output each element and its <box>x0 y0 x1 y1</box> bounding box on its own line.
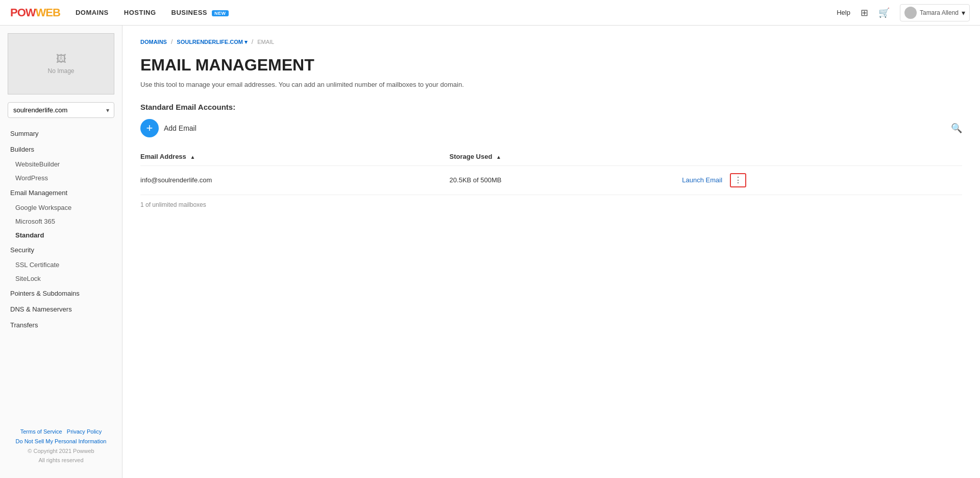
no-image-label: No Image <box>47 67 74 75</box>
terms-link[interactable]: Terms of Service <box>20 428 62 435</box>
no-image-icon: 🖼 <box>56 53 66 65</box>
rights-text: All rights reserved <box>8 456 114 465</box>
logo-web: WEB <box>36 6 60 19</box>
sidebar-item-website-builder[interactable]: WebsiteBuilder <box>0 157 122 171</box>
add-email-label: Add Email <box>164 124 197 132</box>
storage-used-cell: 20.5KB of 500MB <box>450 165 682 195</box>
actions-cell: Launch Email ⋮ <box>682 165 962 195</box>
breadcrumb-domain[interactable]: SOULRENDERLIFE.COM ▾ <box>177 39 248 45</box>
email-address-cell: info@soulrenderlife.com <box>140 165 450 195</box>
sidebar-item-google-workspace[interactable]: Google Workspace <box>0 201 122 214</box>
col-storage-header[interactable]: Storage Used ▲ <box>450 148 682 166</box>
user-name-label: Tamara Allend <box>920 9 959 16</box>
chevron-down-icon: ▾ <box>244 39 248 45</box>
sidebar-item-dns-nameservers[interactable]: DNS & Nameservers <box>0 301 122 317</box>
col-actions-header <box>682 148 962 166</box>
chevron-down-icon: ▾ <box>962 9 965 17</box>
mailboxes-count: 1 of unlimited mailboxes <box>140 201 962 208</box>
privacy-link[interactable]: Privacy Policy <box>67 428 102 435</box>
add-email-button[interactable]: + Add Email <box>140 119 197 137</box>
nav-hosting[interactable]: HOSTING <box>124 9 156 16</box>
help-link[interactable]: Help <box>837 9 850 16</box>
breadcrumb-sep-1: / <box>171 38 173 45</box>
search-button[interactable]: 🔍 <box>951 123 962 134</box>
add-email-circle-icon: + <box>140 119 159 137</box>
top-nav: POWWEB DOMAINS HOSTING BUSINESS NEW Help… <box>0 0 980 26</box>
more-options-button[interactable]: ⋮ <box>730 173 746 187</box>
launch-email-button[interactable]: Launch Email <box>682 176 722 184</box>
email-table: Email Address ▲ Storage Used ▲ info@soul… <box>140 148 962 195</box>
col-email-header[interactable]: Email Address ▲ <box>140 148 450 166</box>
brand-logo[interactable]: POWWEB <box>10 6 60 19</box>
sort-arrow-storage: ▲ <box>496 154 501 160</box>
breadcrumb-sep-2: / <box>252 38 253 45</box>
main-content: Domains / SOULRENDERLIFE.COM ▾ / Email E… <box>122 26 980 478</box>
sort-arrow-email: ▲ <box>190 154 195 160</box>
sidebar-navigation: Summary Builders WebsiteBuilder WordPres… <box>0 126 122 419</box>
sidebar-item-standard[interactable]: Standard <box>0 228 122 242</box>
sidebar: 🖼 No Image soulrenderlife.com ▾ Summary … <box>0 26 122 478</box>
layout: 🖼 No Image soulrenderlife.com ▾ Summary … <box>0 26 980 478</box>
user-avatar-dropdown[interactable]: Tamara Allend ▾ <box>900 4 970 21</box>
vertical-dots-icon: ⋮ <box>734 176 742 184</box>
nav-links: DOMAINS HOSTING BUSINESS NEW <box>76 9 837 16</box>
sidebar-footer: Terms of Service Privacy Policy Do Not S… <box>0 419 122 468</box>
sidebar-item-microsoft-365[interactable]: Microsoft 365 <box>0 214 122 228</box>
do-not-sell-link[interactable]: Do Not Sell My Personal Information <box>16 438 107 444</box>
sidebar-item-builders[interactable]: Builders <box>0 141 122 157</box>
nav-right: Help ⊞ 🛒 Tamara Allend ▾ <box>837 4 970 21</box>
breadcrumb-current: Email <box>257 39 274 45</box>
sidebar-item-wordpress[interactable]: WordPress <box>0 171 122 185</box>
copyright-text: © Copyright 2021 Powweb <box>8 446 114 456</box>
page-description: Use this tool to manage your email addre… <box>140 80 962 90</box>
sidebar-item-sitelock[interactable]: SiteLock <box>0 272 122 285</box>
domain-select[interactable]: soulrenderlife.com <box>8 102 114 118</box>
search-icon: 🔍 <box>951 123 962 133</box>
page-title: EMAIL MANAGEMENT <box>140 56 962 75</box>
email-toolbar: + Add Email 🔍 <box>140 119 962 137</box>
sidebar-item-email-management[interactable]: Email Management <box>0 185 122 201</box>
sidebar-item-pointers-subdomains[interactable]: Pointers & Subdomains <box>0 285 122 301</box>
business-badge: NEW <box>212 10 229 16</box>
sidebar-item-ssl-certificate[interactable]: SSL Certificate <box>0 258 122 272</box>
avatar-image <box>904 7 917 19</box>
breadcrumb: Domains / SOULRENDERLIFE.COM ▾ / Email <box>140 38 962 45</box>
sidebar-item-transfers[interactable]: Transfers <box>0 317 122 333</box>
grid-icon[interactable]: ⊞ <box>861 7 868 18</box>
section-title: Standard Email Accounts: <box>140 103 962 111</box>
sidebar-image-box: 🖼 No Image <box>8 33 114 94</box>
breadcrumb-domains[interactable]: Domains <box>140 39 167 45</box>
nav-domains[interactable]: DOMAINS <box>76 9 109 16</box>
cart-icon[interactable]: 🛒 <box>878 7 890 18</box>
nav-business[interactable]: BUSINESS NEW <box>172 9 229 16</box>
sidebar-item-security[interactable]: Security <box>0 242 122 258</box>
domain-select-wrapper: soulrenderlife.com ▾ <box>8 102 114 118</box>
table-row: info@soulrenderlife.com 20.5KB of 500MB … <box>140 165 962 195</box>
sidebar-item-summary[interactable]: Summary <box>0 126 122 141</box>
logo-pow: POW <box>10 6 36 19</box>
